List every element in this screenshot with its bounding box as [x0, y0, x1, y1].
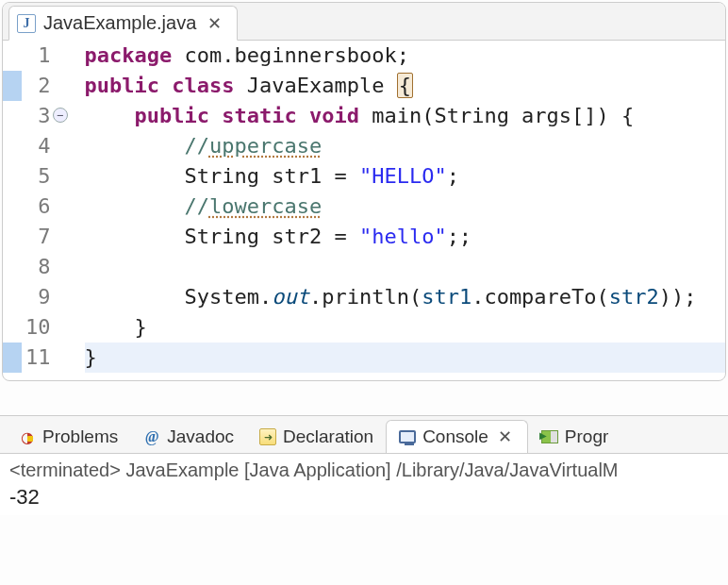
- code-line[interactable]: String str1 = "HELLO";: [85, 161, 726, 192]
- code-line[interactable]: //uppercase: [85, 131, 726, 161]
- line-number: 6: [25, 192, 51, 222]
- fold-toggle-icon[interactable]: −: [53, 108, 68, 123]
- marker: [3, 222, 22, 252]
- line-number-gutter: 123−4567891011: [22, 41, 58, 373]
- tab-label: Console: [422, 426, 488, 447]
- marker: [3, 161, 22, 192]
- tab-label: Javadoc: [167, 426, 234, 447]
- marker: [3, 131, 22, 161]
- tab-declaration[interactable]: ➜ Declaration: [246, 420, 386, 453]
- javadoc-icon: @: [142, 427, 161, 446]
- editor-tab-label: JavaExample.java: [43, 12, 196, 34]
- code-area[interactable]: 123−4567891011 package com.beginnersbook…: [3, 41, 725, 380]
- tab-label: Problems: [42, 426, 118, 447]
- marker: [3, 312, 22, 343]
- line-number: 10: [25, 312, 51, 343]
- tab-console[interactable]: Console ✕: [386, 420, 528, 454]
- tab-problems[interactable]: ◑ Problems: [6, 420, 130, 453]
- marker-column: [3, 41, 22, 373]
- marker: [3, 282, 22, 312]
- bottom-tabbar: ◑ Problems @ Javadoc ➜ Declaration Conso…: [0, 416, 728, 454]
- console-output: -32: [9, 485, 719, 510]
- editor-panel: J JavaExample.java ✕ 123−4567891011 pack…: [2, 2, 726, 381]
- progress-icon: [540, 427, 559, 446]
- line-number: 4: [25, 131, 51, 161]
- line-number: 9: [25, 282, 51, 312]
- line-number: 11: [25, 343, 51, 373]
- marker: [3, 343, 22, 373]
- tab-label: Declaration: [283, 426, 373, 447]
- editor-tabbar: J JavaExample.java ✕: [3, 3, 725, 41]
- code-line[interactable]: package com.beginnersbook;: [85, 41, 726, 71]
- editor-tab-javaexample[interactable]: J JavaExample.java ✕: [8, 6, 238, 41]
- marker: [3, 192, 22, 222]
- java-file-icon: J: [17, 14, 36, 33]
- console-icon: [398, 427, 417, 446]
- code-line[interactable]: public class JavaExample {: [85, 71, 726, 101]
- code-line[interactable]: System.out.println(str1.compareTo(str2))…: [85, 282, 726, 312]
- marker: [3, 252, 22, 282]
- line-number: 7: [25, 222, 51, 252]
- close-icon[interactable]: ✕: [494, 426, 516, 447]
- tab-label: Progr: [565, 426, 608, 447]
- code-line[interactable]: public static void main(String args[]) {: [85, 101, 726, 131]
- code-line[interactable]: }: [85, 312, 726, 343]
- marker: [3, 71, 22, 101]
- marker: [3, 41, 22, 71]
- line-number: 2: [25, 71, 51, 101]
- line-number: 5: [25, 161, 51, 192]
- problems-icon: ◑: [18, 427, 37, 446]
- code-line[interactable]: String str2 = "hello";;: [85, 222, 726, 252]
- marker: [3, 101, 22, 131]
- code-line[interactable]: }: [85, 343, 726, 373]
- fold-column: [58, 41, 79, 373]
- code-body[interactable]: package com.beginnersbook;public class J…: [79, 41, 726, 373]
- bottom-panel: ◑ Problems @ Javadoc ➜ Declaration Conso…: [0, 415, 728, 515]
- tab-javadoc[interactable]: @ Javadoc: [130, 420, 246, 453]
- code-line[interactable]: //lowercase: [85, 192, 726, 222]
- console-status: <terminated> JavaExample [Java Applicati…: [9, 460, 719, 481]
- console-body: <terminated> JavaExample [Java Applicati…: [0, 454, 728, 515]
- line-number: 8: [25, 252, 51, 282]
- line-number: 3−: [25, 101, 51, 131]
- code-line[interactable]: [85, 252, 726, 282]
- line-number: 1: [25, 41, 51, 71]
- declaration-icon: ➜: [258, 427, 277, 446]
- tab-progress[interactable]: Progr: [528, 420, 620, 453]
- close-icon[interactable]: ✕: [204, 13, 225, 34]
